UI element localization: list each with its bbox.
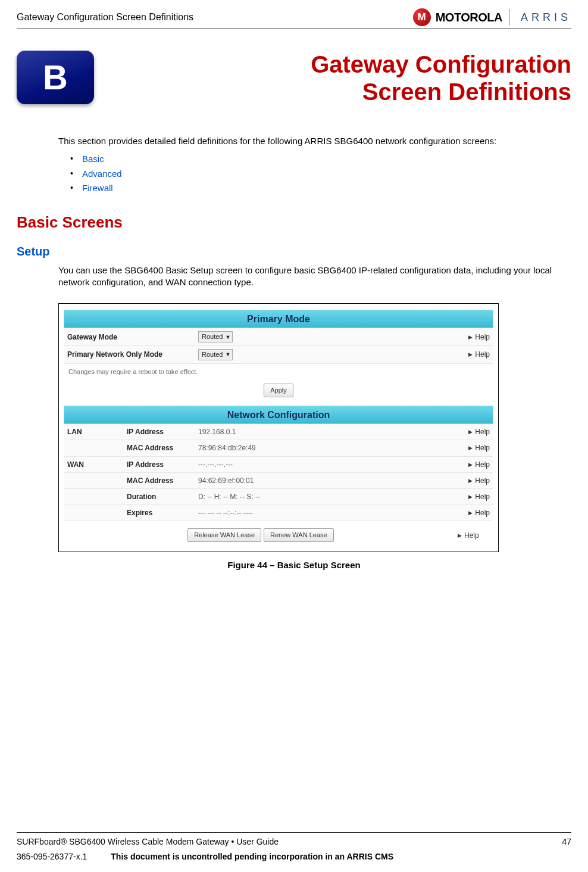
triangle-right-icon: ▶	[468, 461, 473, 468]
value-duration: D: -- H: -- M: -- S: --	[198, 492, 468, 502]
help-link[interactable]: ▶Help	[468, 492, 490, 502]
motorola-icon: M	[413, 8, 431, 26]
triangle-right-icon: ▶	[468, 493, 473, 500]
value-wan-ip: ---.---.---.---	[198, 460, 468, 469]
row-primary-network-mode: Primary Network Only Mode Routed ▼ ▶Help	[64, 346, 493, 364]
label-expires: Expires	[127, 508, 198, 518]
help-link[interactable]: ▶Help	[468, 350, 490, 359]
chapter-title: Gateway Configuration Screen Definitions	[112, 51, 571, 105]
label-mac-address: MAC Address	[127, 443, 198, 453]
chevron-down-icon: ▼	[225, 334, 230, 341]
row-lan-ip: LAN IP Address 192.168.0.1 ▶Help	[64, 424, 493, 440]
triangle-right-icon: ▶	[468, 477, 473, 484]
motorola-icon-letter: M	[418, 11, 426, 24]
chevron-down-icon: ▼	[225, 351, 230, 358]
figure-screenshot: Primary Mode Gateway Mode Routed ▼ ▶Help…	[58, 303, 499, 553]
motorola-wordmark: MOTOROLA	[436, 10, 502, 26]
logo-group: M MOTOROLA ARRIS	[413, 8, 571, 26]
label-ip-address: IP Address	[127, 427, 198, 437]
row-wan-ip: WAN IP Address ---.---.---.--- ▶Help	[64, 457, 493, 473]
footer-page-number: 47	[562, 836, 571, 848]
help-link[interactable]: ▶Help	[458, 531, 493, 540]
row-wan-mac: MAC Address 94:62:69:ef:00:01 ▶Help	[64, 473, 493, 489]
link-firewall[interactable]: Firewall	[82, 183, 113, 193]
help-link[interactable]: ▶Help	[468, 508, 490, 518]
reboot-note: Changes may require a reboot to take eff…	[64, 364, 493, 380]
panel-primary-mode-header: Primary Mode	[64, 310, 493, 329]
intro-paragraph: This section provides detailed field def…	[58, 135, 571, 147]
footer-doc-number: 365-095-26377-x.1	[17, 851, 87, 862]
footer-product: SURFboard® SBG6400 Wireless Cable Modem …	[17, 836, 279, 848]
triangle-right-icon: ▶	[468, 428, 473, 435]
triangle-right-icon: ▶	[468, 351, 473, 358]
appendix-letter: B	[43, 54, 68, 101]
row-gateway-mode: Gateway Mode Routed ▼ ▶Help	[64, 328, 493, 346]
label-mac-address: MAC Address	[127, 476, 198, 485]
help-link[interactable]: ▶Help	[468, 427, 490, 437]
select-primary-network-mode[interactable]: Routed ▼	[198, 349, 233, 360]
label-lan: LAN	[67, 427, 127, 437]
logo-divider	[509, 9, 510, 26]
help-link[interactable]: ▶Help	[468, 443, 490, 453]
release-wan-lease-button[interactable]: Release WAN Lease	[187, 528, 261, 542]
renew-wan-lease-button[interactable]: Renew WAN Lease	[264, 528, 334, 542]
header-title: Gateway Configuration Screen Definitions	[17, 11, 193, 24]
label-ip-address: IP Address	[127, 460, 198, 469]
link-basic[interactable]: Basic	[82, 154, 104, 164]
value-lan-mac: 78:96:84:db:2e:49	[198, 443, 468, 453]
intro-link-list: Basic Advanced Firewall	[70, 153, 571, 194]
label-gateway-mode: Gateway Mode	[67, 332, 198, 342]
page-footer: SURFboard® SBG6400 Wireless Cable Modem …	[17, 832, 571, 862]
select-primary-network-mode-value: Routed	[202, 350, 223, 359]
triangle-right-icon: ▶	[468, 444, 473, 451]
help-link[interactable]: ▶Help	[468, 332, 490, 342]
footer-notice: This document is uncontrolled pending in…	[111, 851, 393, 862]
value-lan-ip: 192.168.0.1	[198, 427, 468, 437]
chapter-title-line2: Screen Definitions	[362, 79, 571, 105]
figure-caption: Figure 44 – Basic Setup Screen	[17, 559, 571, 571]
panel-network-config-header: Network Configuration	[64, 406, 493, 425]
select-gateway-mode[interactable]: Routed ▼	[198, 331, 233, 342]
appendix-badge: B	[17, 51, 94, 104]
label-primary-network-mode: Primary Network Only Mode	[67, 350, 198, 359]
triangle-right-icon: ▶	[458, 532, 462, 539]
label-duration: Duration	[127, 492, 198, 502]
triangle-right-icon: ▶	[468, 334, 473, 341]
page-header: Gateway Configuration Screen Definitions…	[17, 8, 571, 29]
setup-paragraph: You can use the SBG6400 Basic Setup scre…	[58, 264, 571, 289]
label-wan: WAN	[67, 460, 127, 469]
chapter-heading-row: B Gateway Configuration Screen Definitio…	[17, 51, 571, 105]
row-lan-mac: MAC Address 78:96:84:db:2e:49 ▶Help	[64, 440, 493, 456]
row-expires: Expires --- --- -- --:--:-- ---- ▶Help	[64, 505, 493, 521]
arris-wordmark: ARRIS	[521, 10, 571, 24]
heading-basic-screens: Basic Screens	[17, 212, 571, 233]
value-wan-mac: 94:62:69:ef:00:01	[198, 476, 468, 485]
apply-button[interactable]: Apply	[264, 384, 293, 397]
triangle-right-icon: ▶	[468, 509, 473, 516]
link-advanced[interactable]: Advanced	[82, 169, 122, 179]
heading-setup: Setup	[17, 244, 571, 260]
help-link[interactable]: ▶Help	[468, 476, 490, 485]
help-link[interactable]: ▶Help	[468, 460, 490, 469]
chapter-title-line1: Gateway Configuration	[311, 51, 571, 77]
row-duration: Duration D: -- H: -- M: -- S: -- ▶Help	[64, 489, 493, 505]
wan-lease-buttons-row: Release WAN Lease Renew WAN Lease ▶Help	[64, 521, 493, 543]
select-gateway-mode-value: Routed	[202, 332, 223, 341]
value-expires: --- --- -- --:--:-- ----	[198, 508, 468, 518]
